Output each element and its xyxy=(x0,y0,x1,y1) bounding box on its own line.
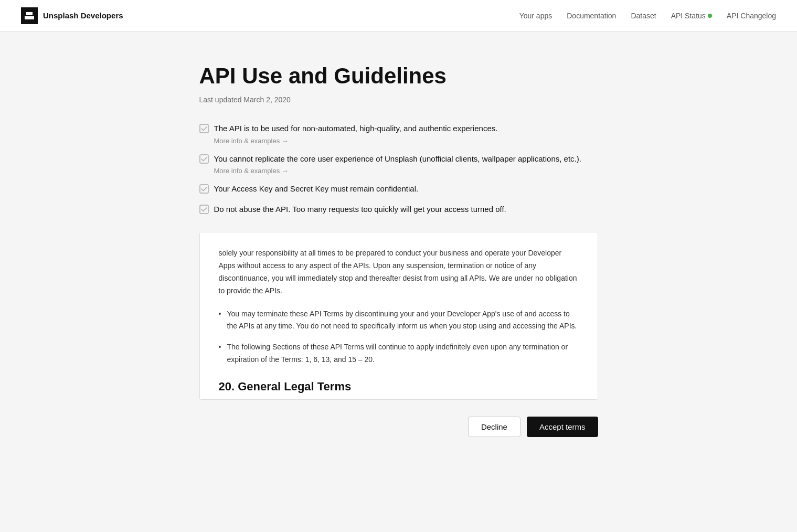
action-buttons: Decline Accept terms xyxy=(199,417,598,437)
guideline-text-4: Do not abuse the API. Too many requests … xyxy=(214,204,506,216)
navbar: Unsplash Developers Your apps Documentat… xyxy=(0,0,797,31)
navbar-link-api-changelog[interactable]: API Changelog xyxy=(727,12,776,20)
guideline-item-3: Your Access Key and Secret Key must rema… xyxy=(199,183,598,195)
guideline-row-1: The API is to be used for non-automated,… xyxy=(199,123,598,135)
guideline-row-3: Your Access Key and Secret Key must rema… xyxy=(199,183,598,195)
guideline-item-2: You cannot replicate the core user exper… xyxy=(199,153,598,175)
terms-bullet-2: The following Sections of these API Term… xyxy=(219,341,579,366)
checkbox-checked-icon-1 xyxy=(199,124,209,133)
navbar-link-api-status[interactable]: API Status xyxy=(671,12,712,20)
decline-button[interactable]: Decline xyxy=(468,417,520,437)
terms-bullet-1: You may terminate these API Terms by dis… xyxy=(219,308,579,333)
terms-bullet-list: You may terminate these API Terms by dis… xyxy=(219,308,579,366)
unsplash-logo xyxy=(21,7,38,24)
terms-intro-paragraph: solely your responsibility at all times … xyxy=(219,247,579,297)
api-status-dot xyxy=(708,14,712,18)
checkbox-checked-icon-2 xyxy=(199,154,209,164)
guidelines-list: The API is to be used for non-automated,… xyxy=(199,123,598,215)
guideline-text-2: You cannot replicate the core user exper… xyxy=(214,153,581,165)
navbar-brand-title: Unsplash Developers xyxy=(43,11,123,20)
checkbox-checked-icon-4 xyxy=(199,205,209,214)
navbar-link-documentation[interactable]: Documentation xyxy=(567,12,616,20)
navbar-brand[interactable]: Unsplash Developers xyxy=(21,7,123,24)
navbar-link-dataset[interactable]: Dataset xyxy=(631,12,656,20)
guideline-item-4: Do not abuse the API. Too many requests … xyxy=(199,204,598,216)
last-updated: Last updated March 2, 2020 xyxy=(199,95,598,104)
guideline-row-4: Do not abuse the API. Too many requests … xyxy=(199,204,598,216)
navbar-links: Your apps Documentation Dataset API Stat… xyxy=(519,12,776,20)
guideline-more-info-2[interactable]: More info & examples → xyxy=(214,167,598,175)
checkbox-checked-icon-3 xyxy=(199,184,209,194)
guideline-text-1: The API is to be used for non-automated,… xyxy=(214,123,498,135)
guideline-more-info-1[interactable]: More info & examples → xyxy=(214,137,598,145)
main-content: API Use and Guidelines Last updated Marc… xyxy=(199,31,598,490)
terms-scrollbox[interactable]: solely your responsibility at all times … xyxy=(199,232,598,400)
guideline-row-2: You cannot replicate the core user exper… xyxy=(199,153,598,165)
terms-section-heading: 20. General Legal Terms xyxy=(219,377,579,396)
navbar-link-your-apps[interactable]: Your apps xyxy=(519,12,552,20)
guideline-text-3: Your Access Key and Secret Key must rema… xyxy=(214,183,419,195)
page-title: API Use and Guidelines xyxy=(199,63,598,89)
guideline-item-1: The API is to be used for non-automated,… xyxy=(199,123,598,145)
accept-terms-button[interactable]: Accept terms xyxy=(527,417,598,437)
